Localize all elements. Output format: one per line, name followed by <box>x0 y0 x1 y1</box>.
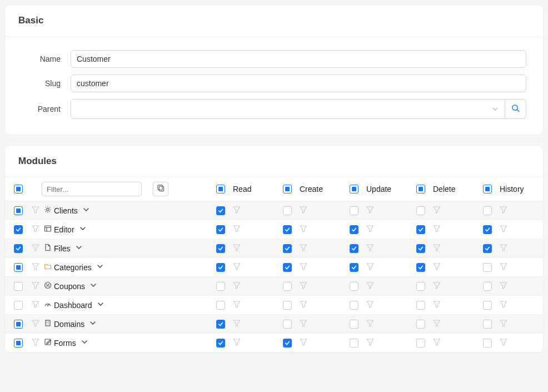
read-checkbox[interactable] <box>216 282 225 291</box>
update-checkbox[interactable] <box>350 301 358 310</box>
filter-icon[interactable] <box>433 281 441 291</box>
filter-icon[interactable] <box>32 281 39 291</box>
row-checkbox[interactable] <box>14 320 23 329</box>
filter-icon[interactable] <box>233 281 241 291</box>
row-checkbox[interactable] <box>14 206 23 215</box>
expand-chevron-icon[interactable] <box>82 206 90 215</box>
filter-icon[interactable] <box>500 338 507 348</box>
read-checkbox[interactable] <box>216 263 225 272</box>
read-checkbox[interactable] <box>216 320 225 329</box>
filter-icon[interactable] <box>233 300 241 310</box>
history-checkbox[interactable] <box>483 263 492 272</box>
filter-icon[interactable] <box>500 206 507 215</box>
filter-icon[interactable] <box>500 281 507 291</box>
create-checkbox[interactable] <box>283 339 292 348</box>
history-checkbox[interactable] <box>483 301 492 310</box>
filter-icon[interactable] <box>300 300 307 310</box>
filter-icon[interactable] <box>500 319 507 329</box>
row-checkbox[interactable] <box>14 282 23 291</box>
filter-icon[interactable] <box>366 244 374 253</box>
filter-icon[interactable] <box>366 300 374 310</box>
expand-chevron-icon[interactable] <box>89 281 97 291</box>
read-checkbox[interactable] <box>216 206 225 215</box>
filter-icon[interactable] <box>32 244 39 253</box>
filter-icon[interactable] <box>32 338 39 348</box>
history-checkbox[interactable] <box>483 320 492 329</box>
history-checkbox[interactable] <box>483 282 492 291</box>
filter-icon[interactable] <box>500 244 507 253</box>
filter-icon[interactable] <box>233 206 241 215</box>
select-all-checkbox[interactable] <box>14 185 23 193</box>
row-checkbox[interactable] <box>14 244 23 253</box>
filter-icon[interactable] <box>32 225 39 234</box>
expand-chevron-icon[interactable] <box>97 300 104 310</box>
create-checkbox[interactable] <box>283 282 292 291</box>
filter-icon[interactable] <box>433 206 441 215</box>
filter-icon[interactable] <box>32 206 39 215</box>
update-checkbox[interactable] <box>350 206 358 215</box>
update-checkbox[interactable] <box>350 244 358 253</box>
history-checkbox[interactable] <box>483 339 492 348</box>
history-checkbox[interactable] <box>483 206 492 215</box>
history-checkbox[interactable] <box>483 225 492 234</box>
read-checkbox[interactable] <box>216 244 225 253</box>
delete-checkbox[interactable] <box>416 339 425 348</box>
filter-icon[interactable] <box>366 262 374 272</box>
filter-icon[interactable] <box>366 225 374 234</box>
filter-icon[interactable] <box>366 319 374 329</box>
parent-search-button[interactable] <box>505 99 526 119</box>
create-header-checkbox[interactable] <box>283 185 292 193</box>
copy-button[interactable] <box>153 182 168 196</box>
expand-chevron-icon[interactable] <box>96 262 104 272</box>
history-checkbox[interactable] <box>483 244 492 253</box>
filter-icon[interactable] <box>300 206 307 215</box>
delete-checkbox[interactable] <box>416 263 425 272</box>
create-checkbox[interactable] <box>283 206 292 215</box>
filter-icon[interactable] <box>32 262 39 272</box>
filter-icon[interactable] <box>366 206 374 215</box>
expand-chevron-icon[interactable] <box>79 225 87 234</box>
delete-checkbox[interactable] <box>416 206 425 215</box>
delete-checkbox[interactable] <box>416 225 425 234</box>
filter-icon[interactable] <box>500 300 507 310</box>
parent-select[interactable] <box>71 99 505 119</box>
filter-icon[interactable] <box>233 262 241 272</box>
filter-input[interactable] <box>42 182 142 196</box>
row-checkbox[interactable] <box>14 301 23 310</box>
filter-icon[interactable] <box>233 319 241 329</box>
update-checkbox[interactable] <box>350 225 358 234</box>
update-checkbox[interactable] <box>350 263 358 272</box>
filter-icon[interactable] <box>233 244 241 253</box>
delete-checkbox[interactable] <box>416 320 425 329</box>
update-checkbox[interactable] <box>350 320 358 329</box>
name-input[interactable] <box>71 50 526 68</box>
filter-icon[interactable] <box>233 338 241 348</box>
delete-header-checkbox[interactable] <box>416 185 425 193</box>
filter-icon[interactable] <box>366 281 374 291</box>
filter-icon[interactable] <box>32 319 39 329</box>
update-header-checkbox[interactable] <box>350 185 358 193</box>
filter-icon[interactable] <box>300 338 307 348</box>
read-checkbox[interactable] <box>216 225 225 234</box>
filter-icon[interactable] <box>500 225 507 234</box>
filter-icon[interactable] <box>433 338 441 348</box>
row-checkbox[interactable] <box>14 225 23 234</box>
delete-checkbox[interactable] <box>416 244 425 253</box>
filter-icon[interactable] <box>433 225 441 234</box>
create-checkbox[interactable] <box>283 225 292 234</box>
update-checkbox[interactable] <box>350 339 358 348</box>
create-checkbox[interactable] <box>283 320 292 329</box>
filter-icon[interactable] <box>300 244 307 253</box>
filter-icon[interactable] <box>300 281 307 291</box>
filter-icon[interactable] <box>366 338 374 348</box>
filter-icon[interactable] <box>233 225 241 234</box>
create-checkbox[interactable] <box>283 301 292 310</box>
filter-icon[interactable] <box>300 319 307 329</box>
delete-checkbox[interactable] <box>416 282 425 291</box>
filter-icon[interactable] <box>300 262 307 272</box>
filter-icon[interactable] <box>500 262 507 272</box>
row-checkbox[interactable] <box>14 263 23 272</box>
expand-chevron-icon[interactable] <box>81 338 88 348</box>
row-checkbox[interactable] <box>14 339 23 348</box>
filter-icon[interactable] <box>433 244 441 253</box>
